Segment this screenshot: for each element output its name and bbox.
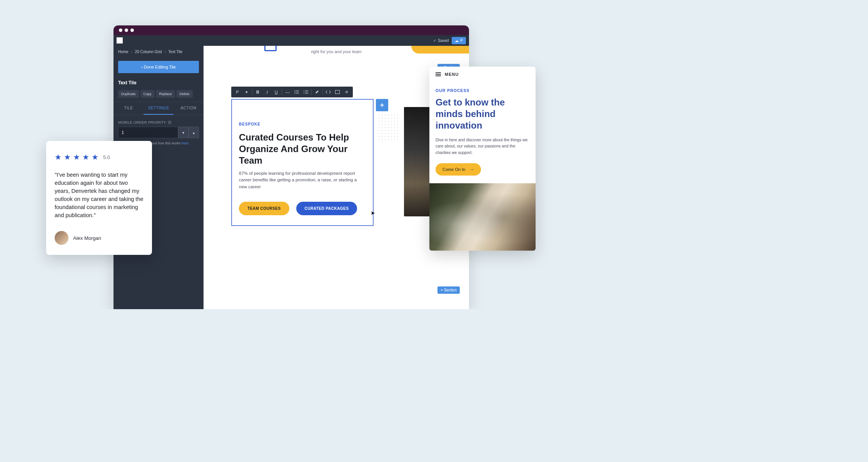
rte-style-caret[interactable]: ▾ [242,87,251,97]
svg-rect-3 [120,41,122,43]
mobile-order-input[interactable] [118,127,178,138]
svg-rect-12 [304,92,304,92]
reviewer-name: Alex Morgan [73,235,101,241]
tile-heading: Curated Courses To Help Organize And Gro… [239,132,366,166]
arrow-right-icon: → [470,167,474,172]
crumb-home[interactable]: Home [118,50,129,54]
mobile-body: OUR PROCESS Get to know the minds behind… [429,82,536,176]
svg-rect-13 [305,92,308,92]
dots-decoration [377,114,399,141]
mobile-order-label-text: MOBILE ORDER PRIORITY [118,121,166,124]
mobile-body-text: Dive in here and discover more about the… [436,137,529,156]
breadcrumb: Home › 20 Column Grid › Text Tile [114,46,204,58]
delete-button[interactable]: Delete [177,90,193,98]
svg-point-4 [295,90,295,91]
window-min-dot[interactable] [125,28,128,32]
mobile-heading: Get to know the minds behind innovation [436,97,529,131]
cloud-icon: ☁ [455,38,459,43]
chevron-right-icon: › [131,50,132,54]
add-section-button[interactable]: + Section [437,286,460,294]
mobile-menu-bar[interactable]: MENU [429,67,536,82]
mobile-preview: MENU OUR PROCESS Get to know the minds b… [429,67,536,251]
svg-rect-14 [304,93,304,94]
mobile-order-stepper: ▾ ▴ [114,127,204,138]
fragment-text: right for you and your team [311,49,361,54]
review-text: "I've been wanting to start my education… [55,171,144,219]
done-editing-button[interactable]: ‹ Done Editing Tile [118,61,199,73]
duplicate-button[interactable]: Duplicate [118,90,139,98]
svg-rect-15 [305,93,308,94]
star-icon: ★ [82,152,89,162]
svg-rect-7 [296,92,299,92]
window-close-dot[interactable] [119,28,122,32]
svg-rect-5 [296,90,299,91]
tile-eyebrow: BESPOKE [239,122,366,126]
window-max-dot[interactable] [130,28,134,32]
rte-list-ol-icon[interactable] [301,87,310,97]
tab-settings[interactable]: SETTINGS [144,102,174,115]
step-up-button[interactable]: ▴ [189,127,199,138]
svg-rect-16 [336,90,340,94]
rte-link-icon[interactable] [342,87,351,97]
tab-tile[interactable]: TILE [114,102,144,115]
tab-action[interactable]: ACTION [174,102,204,115]
star-rating: ★ ★ ★ ★ ★ 5.0 [55,152,144,162]
rte-italic[interactable]: I [262,87,272,97]
add-section-bottom-wrap: + Section [437,286,460,294]
rte-clear-icon[interactable] [312,87,322,97]
svg-rect-2 [117,41,119,43]
star-icon: ★ [73,152,80,162]
rte-underline[interactable]: U [272,87,281,97]
mobile-cta-label: Come On In [442,167,465,172]
reviewer: Alex Morgan [55,231,144,245]
add-tile-button[interactable]: + [376,99,388,111]
chevron-up-icon: ▴ [193,131,195,135]
avatar [55,231,68,245]
rte-list-ul-icon[interactable] [292,87,301,97]
copy-button[interactable]: Copy [140,90,155,98]
mobile-cta-button[interactable]: Come On In → [436,163,481,176]
chevron-down-icon: ▾ [182,131,184,135]
sidebar-tabs: TILE SETTINGS ACTION [114,102,204,115]
team-courses-button[interactable]: TEAM COURSES [239,202,289,215]
mobile-hero-image [429,183,536,251]
rte-paragraph[interactable]: P [233,87,242,97]
selected-tile[interactable]: BESPOKE Curated Courses To Help Organize… [231,99,374,226]
rte-separator [282,89,282,95]
chevron-right-icon: › [164,50,165,54]
curated-packages-button[interactable]: CURATED PACKAGES [296,202,357,215]
help-icon[interactable] [168,121,172,124]
app-bar: Saved ☁ P [114,35,469,46]
decorative-edge [411,46,469,54]
hamburger-icon [436,72,441,76]
svg-point-6 [295,92,295,92]
app-logo-icon [117,37,123,44]
svg-point-8 [295,93,295,94]
replace-button[interactable]: Replace [156,90,175,98]
decorative-shape [264,46,277,51]
hint-link[interactable]: here [182,141,189,145]
star-icon: ★ [92,152,98,162]
crumb-grid[interactable]: 20 Column Grid [135,50,162,54]
svg-rect-11 [305,90,308,91]
tile-action-row: Duplicate Copy Replace Delete [114,88,204,102]
svg-rect-1 [120,38,122,40]
tile-buttons: TEAM COURSES CURATED PACKAGES [239,202,366,215]
rte-code-icon[interactable] [324,87,333,97]
page-fragment-top: right for you and your team [204,46,469,57]
rating-value: 5.0 [103,154,110,160]
rte-separator [322,89,323,95]
rte-bold[interactable]: B [253,87,262,97]
menu-label: MENU [445,72,459,77]
publish-button[interactable]: ☁ P [452,37,466,44]
tile-body: 87% of people learning for professional … [239,170,366,190]
tile-content: BESPOKE Curated Courses To Help Organize… [232,100,373,222]
star-icon: ★ [64,152,71,162]
mobile-eyebrow: OUR PROCESS [436,88,529,93]
review-card: ★ ★ ★ ★ ★ 5.0 "I've been wanting to star… [46,141,152,255]
svg-rect-9 [296,93,299,94]
rte-strike[interactable]: — [283,87,292,97]
rte-embed-icon[interactable] [333,87,342,97]
step-down-button[interactable]: ▾ [178,127,189,138]
mobile-order-label: MOBILE ORDER PRIORITY [114,115,204,127]
